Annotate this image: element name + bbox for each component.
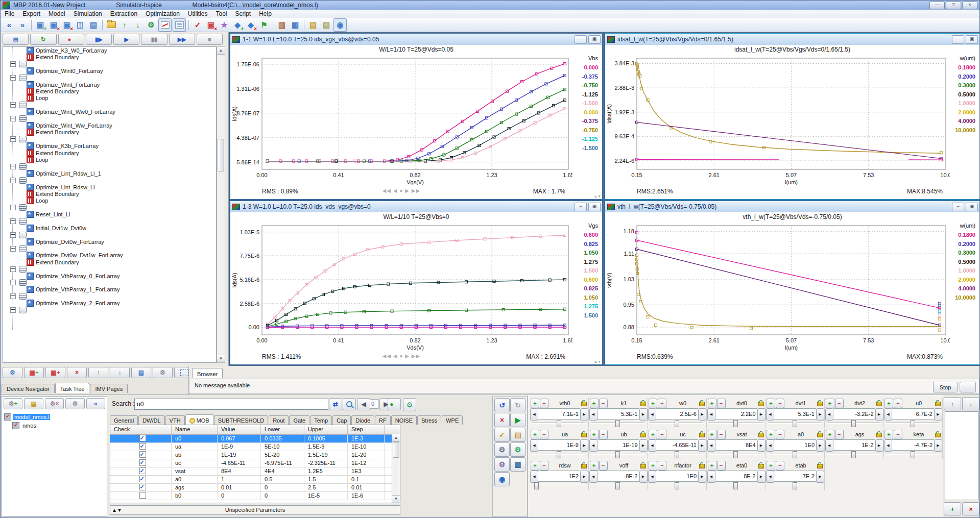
tuner-history-list[interactable] <box>945 411 978 500</box>
chart-minimize-button[interactable]: – <box>575 35 587 44</box>
zoom-in-button[interactable]: + <box>767 399 775 408</box>
zoom-out-button[interactable]: − <box>599 430 608 439</box>
slider-thumb[interactable] <box>793 451 797 458</box>
tuner-slider[interactable] <box>648 420 706 427</box>
tuner-value[interactable]: -4.7E-2 <box>892 439 934 451</box>
zoom-in-button[interactable]: + <box>531 461 539 471</box>
zoom-in-button[interactable]: + <box>531 399 539 408</box>
slider-thumb[interactable] <box>733 482 738 489</box>
close-button[interactable]: × <box>962 2 977 9</box>
tree-item[interactable] <box>3 204 216 211</box>
chart-minimize-button[interactable]: – <box>575 203 587 211</box>
zoom-out-button[interactable]: − <box>776 399 784 408</box>
tab-rout[interactable]: Rout <box>269 415 289 425</box>
zoom-in-button[interactable]: + <box>885 430 893 439</box>
spin-left-button[interactable]: ◀ <box>707 471 715 483</box>
cell-upper[interactable]: 1.5 <box>304 476 348 483</box>
tab-general[interactable]: General <box>110 415 138 425</box>
find-param-icon[interactable] <box>343 398 356 410</box>
optimize-icon[interactable]: ⚙ <box>3 367 22 378</box>
expander-icon[interactable] <box>10 218 16 224</box>
forward-icon[interactable]: » <box>16 19 29 31</box>
tree-item[interactable]: Loop <box>3 95 216 102</box>
task-tree-scrollbar[interactable]: ▲ ▼ <box>217 46 225 363</box>
chart-minimize-button[interactable]: – <box>952 35 964 44</box>
spin-right-button[interactable]: ▶ <box>580 439 588 452</box>
spin-left-button[interactable]: ◀ <box>766 408 774 421</box>
tuner-value[interactable]: -8E-2 <box>597 471 639 482</box>
zoom-in-button[interactable]: + <box>767 461 775 471</box>
cell-lower[interactable]: 0 <box>261 492 304 500</box>
tuner-slider[interactable] <box>766 482 824 489</box>
delete-task-icon[interactable]: × <box>67 367 87 378</box>
lock-icon[interactable] <box>640 464 646 468</box>
tuner-value[interactable]: 2.5E-6 <box>656 408 698 420</box>
spin-left-button[interactable]: ◀ <box>884 408 892 421</box>
spin-left-button[interactable]: ◀ <box>707 408 715 421</box>
zoom-out-button[interactable]: − <box>835 399 844 408</box>
report-icon[interactable]: ▥ <box>276 19 288 31</box>
table-row[interactable]: uc-4.65E-11-6.975E-11-2.325E-111E-12 <box>110 459 400 467</box>
slider-thumb[interactable] <box>615 451 620 458</box>
spin-left-button[interactable]: ◀ <box>530 408 538 421</box>
tree-item[interactable] <box>3 136 216 142</box>
chart-window-titlebar[interactable]: 1-1 W=1.0 L=10.0 T=25.0 ids_vgs_vbs@vds=… <box>230 34 602 45</box>
model-child-item[interactable]: nmos <box>4 422 105 429</box>
cell-check[interactable] <box>110 435 172 442</box>
close-window-icon[interactable]: ▣× <box>47 19 60 31</box>
spin-right-button[interactable]: ▶ <box>698 408 706 421</box>
menu-item-utilities[interactable]: Utilities <box>184 10 212 18</box>
list-view-icon[interactable] <box>173 18 186 32</box>
spin-right-button[interactable]: ▶ <box>639 439 648 452</box>
spin-right-button[interactable]: ▶ <box>757 471 766 483</box>
model-root-item[interactable]: model_nmos.l <box>4 413 105 421</box>
menu-item-file[interactable]: File <box>1 10 18 18</box>
spin-left-button[interactable]: ◀ <box>707 439 715 452</box>
tab-vth[interactable]: VTH <box>165 415 185 425</box>
cell-lower[interactable]: 0.5 <box>261 476 304 483</box>
tree-item[interactable]: Optimize_Wint_Ww_ForLarray <box>3 122 216 129</box>
cell-name[interactable]: ub <box>172 451 218 459</box>
tab-temp[interactable]: Temp <box>310 415 332 425</box>
cell-value[interactable]: 1E-9 <box>218 443 261 451</box>
blank-button[interactable] <box>960 382 976 392</box>
cell-value[interactable]: 0.067 <box>218 435 261 442</box>
lock-icon[interactable] <box>817 402 823 406</box>
cell-step[interactable]: 0.1 <box>348 476 385 483</box>
tab-dw/dl[interactable]: DW/DL <box>138 415 164 425</box>
slider-thumb[interactable] <box>911 420 915 427</box>
zoom-out-button[interactable]: − <box>658 399 666 408</box>
menu-item-help[interactable]: Help <box>255 10 276 18</box>
tab-gate[interactable]: Gate <box>289 415 309 425</box>
slider-thumb[interactable] <box>851 451 856 458</box>
spin-left-button[interactable]: ◀ <box>648 471 656 483</box>
cell-name[interactable]: b0 <box>172 492 218 500</box>
document-icon[interactable]: ▤ <box>307 19 319 31</box>
tuner-value[interactable]: 1E-19 <box>597 439 639 451</box>
task-settings-icon[interactable]: ⚙ <box>153 367 173 378</box>
slider-thumb[interactable] <box>615 482 620 489</box>
tuner-value[interactable]: -7E-2 <box>774 471 816 482</box>
tuner-slider[interactable] <box>589 420 648 427</box>
tree-item[interactable]: Loop <box>3 156 216 163</box>
cell-check[interactable] <box>110 484 172 491</box>
spin-left-button[interactable]: ◀ <box>766 439 774 452</box>
spin-left-button[interactable]: ◀ <box>648 439 656 452</box>
slider-thumb[interactable] <box>675 420 679 427</box>
cell-lower[interactable]: 5E-20 <box>261 451 304 459</box>
insert-task-icon[interactable]: ▦+ <box>45 367 65 378</box>
chart-maximize-button[interactable]: ▣ <box>588 203 601 211</box>
cell-upper[interactable]: -2.325E-11 <box>304 459 348 467</box>
spin-right-button[interactable]: ▶ <box>580 471 588 483</box>
lock-icon[interactable] <box>817 433 823 437</box>
spin-left-button[interactable]: ◀ <box>589 471 597 483</box>
zoom-out-button[interactable]: − <box>835 430 844 439</box>
lock-icon[interactable] <box>876 402 882 406</box>
expander-icon[interactable] <box>10 178 16 183</box>
slider-thumb[interactable] <box>675 482 679 489</box>
plot-nav-arrows[interactable]: ◀◀ ◀ ● ▶ ▶▶ <box>230 353 572 359</box>
expander-icon[interactable] <box>10 266 16 272</box>
spin-right-button[interactable]: ▶ <box>875 439 883 452</box>
tree-item[interactable]: Extend Boundary <box>3 129 216 136</box>
slider-thumb[interactable] <box>534 482 539 489</box>
